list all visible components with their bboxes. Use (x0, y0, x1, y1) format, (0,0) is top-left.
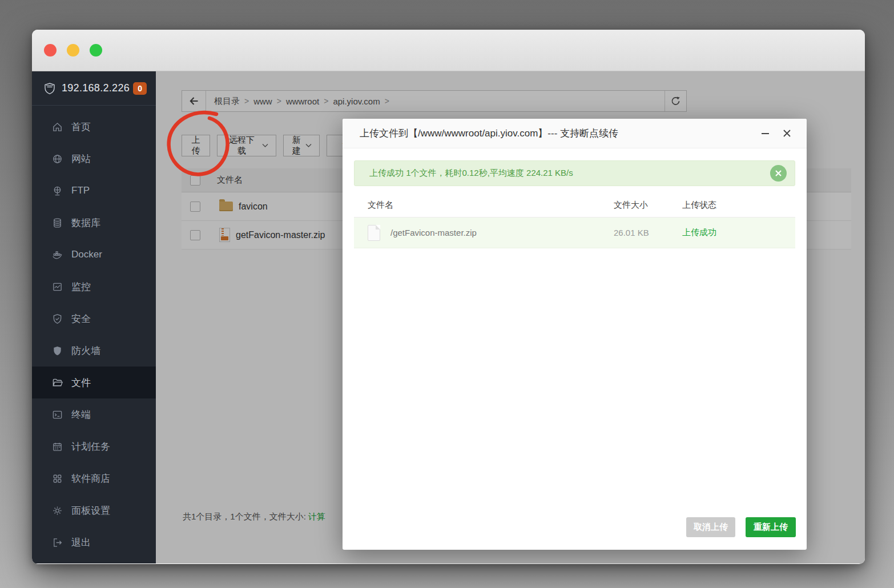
sidebar-item-label: Docker (71, 249, 102, 260)
reupload-button[interactable]: 重新上传 (746, 517, 796, 537)
sidebar-item-files[interactable]: 文件 (32, 367, 156, 398)
sidebar-item-label: 数据库 (71, 216, 100, 229)
window-titlebar (32, 30, 865, 71)
zoom-window-button[interactable] (90, 44, 102, 57)
file-page-icon (368, 225, 380, 241)
upload-success-banner: 上传成功 1个文件，耗时0.12秒,平均速度 224.21 KB/s (354, 160, 795, 186)
sidebar-item-label: 文件 (71, 376, 91, 389)
calendar-icon (51, 441, 63, 452)
sidebar-item-home[interactable]: 首页 (32, 111, 156, 143)
sidebar-item-database[interactable]: 数据库 (32, 207, 156, 239)
app-window: 192.168.2.226 0 首页 网站 FTP 数据库 (32, 30, 865, 564)
sidebar-item-label: 退出 (71, 536, 91, 549)
sidebar-item-terminal[interactable]: 终端 (32, 398, 156, 430)
sidebar-menu: 首页 网站 FTP 数据库 Docker (32, 106, 156, 558)
uploaded-file-name: /getFavicon-master.zip (390, 228, 477, 237)
uploaded-file-size: 26.01 KB (614, 228, 681, 237)
appstore-grid-icon (51, 473, 63, 484)
server-header: 192.168.2.226 0 (32, 71, 156, 106)
cancel-upload-button[interactable]: 取消上传 (686, 517, 735, 537)
upload-dialog-title: 上传文件到【/www/wwwroot/api.yiov.com】--- 支持断点… (360, 127, 618, 140)
minimize-window-button[interactable] (67, 44, 79, 57)
sidebar-item-label: 计划任务 (71, 440, 110, 453)
sidebar-item-label: 首页 (71, 120, 91, 134)
terminal-icon (51, 409, 63, 420)
sidebar-item-label: 面板设置 (71, 504, 110, 517)
upload-dialog: 上传文件到【/www/wwwroot/api.yiov.com】--- 支持断点… (343, 119, 807, 550)
docker-icon (51, 249, 63, 260)
banner-close-button[interactable] (770, 165, 787, 182)
minimize-dialog-icon[interactable] (759, 127, 771, 140)
gear-icon (51, 505, 63, 516)
logout-icon (51, 537, 63, 548)
sidebar-item-label: 安全 (71, 312, 91, 325)
sidebar-item-label: 监控 (71, 280, 91, 293)
close-window-button[interactable] (44, 44, 57, 57)
ftp-icon (51, 185, 63, 196)
folder-icon (51, 377, 63, 388)
sidebar-item-security[interactable]: 安全 (32, 303, 156, 335)
sidebar: 192.168.2.226 0 首页 网站 FTP 数据库 (32, 71, 156, 563)
home-icon (51, 121, 63, 132)
sidebar-item-firewall[interactable]: 防火墙 (32, 335, 156, 367)
firewall-shield-icon (51, 345, 63, 356)
col-filesize: 文件大小 (614, 200, 681, 211)
sidebar-item-label: 网站 (71, 152, 91, 166)
sidebar-item-monitor[interactable]: 监控 (32, 271, 156, 303)
upload-file-table: 文件名 文件大小 上传状态 /getFavicon-master.zip 26.… (354, 193, 795, 248)
col-filename: 文件名 (354, 200, 614, 211)
upload-status-badge: 上传成功 (681, 227, 795, 238)
sidebar-item-label: 终端 (71, 408, 91, 421)
col-status: 上传状态 (681, 200, 795, 211)
sidebar-item-ftp[interactable]: FTP (32, 175, 156, 207)
shield-check-icon (51, 313, 63, 324)
uploaded-file-row: /getFavicon-master.zip 26.01 KB 上传成功 (354, 218, 795, 248)
upload-success-text: 上传成功 1个文件，耗时0.12秒,平均速度 224.21 KB/s (369, 168, 573, 179)
sidebar-item-label: 防火墙 (71, 344, 100, 357)
database-icon (51, 217, 63, 228)
upload-table-header: 文件名 文件大小 上传状态 (354, 193, 795, 218)
sidebar-item-docker[interactable]: Docker (32, 239, 156, 271)
server-ip: 192.168.2.226 (62, 82, 130, 94)
upload-dialog-footer: 取消上传 重新上传 (686, 517, 796, 537)
sidebar-item-cron[interactable]: 计划任务 (32, 430, 156, 462)
close-dialog-icon[interactable] (780, 127, 793, 140)
message-count-badge[interactable]: 0 (133, 82, 147, 95)
sidebar-item-logout[interactable]: 退出 (32, 526, 156, 558)
server-shield-icon (43, 82, 56, 95)
sidebar-item-settings[interactable]: 面板设置 (32, 494, 156, 526)
monitor-icon (51, 281, 63, 292)
sidebar-item-website[interactable]: 网站 (32, 143, 156, 175)
upload-dialog-titlebar: 上传文件到【/www/wwwroot/api.yiov.com】--- 支持断点… (343, 119, 807, 148)
globe-icon (51, 153, 63, 164)
sidebar-item-label: FTP (71, 185, 90, 196)
sidebar-item-label: 软件商店 (71, 472, 110, 485)
sidebar-item-appstore[interactable]: 软件商店 (32, 462, 156, 494)
